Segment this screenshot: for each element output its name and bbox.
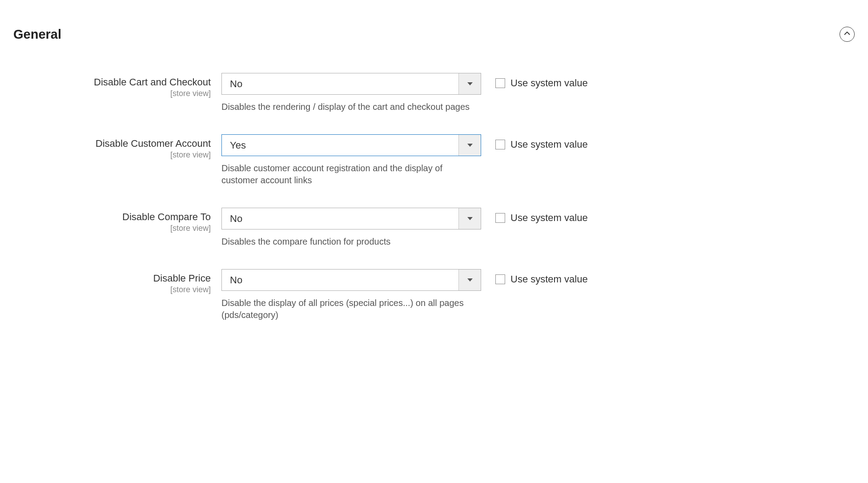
select-value: Yes [222, 140, 458, 151]
section-header: General [13, 27, 855, 42]
chevron-down-icon [458, 73, 481, 94]
select-value: No [222, 213, 458, 225]
field-label: Disable Cart and Checkout [13, 76, 211, 88]
use-system-checkbox[interactable] [495, 213, 505, 223]
use-system-label: Use system value [510, 139, 588, 150]
field-note: Disables the compare function for produc… [221, 236, 481, 248]
field-control: No Disables the compare function for pro… [221, 208, 481, 248]
field-disable-compare: Disable Compare To [store view] No Disab… [13, 208, 855, 248]
field-note: Disables the rendering / display of the … [221, 101, 481, 113]
field-label-wrap: Disable Customer Account [store view] [13, 134, 221, 160]
use-system-label: Use system value [510, 212, 588, 224]
use-system-wrap: Use system value [481, 208, 588, 224]
field-note: Disable the display of all prices (speci… [221, 297, 481, 321]
use-system-label: Use system value [510, 274, 588, 285]
field-label: Disable Customer Account [13, 138, 211, 149]
chevron-down-icon [458, 135, 481, 156]
use-system-checkbox[interactable] [495, 274, 505, 284]
chevron-down-icon [458, 270, 481, 290]
field-control: No Disable the display of all prices (sp… [221, 269, 481, 321]
field-label-wrap: Disable Compare To [store view] [13, 208, 221, 233]
field-scope: [store view] [13, 150, 211, 160]
field-scope: [store view] [13, 285, 211, 294]
field-label-wrap: Disable Cart and Checkout [store view] [13, 73, 221, 98]
field-label: Disable Price [13, 273, 211, 284]
use-system-wrap: Use system value [481, 134, 588, 150]
select-value: No [222, 78, 458, 90]
chevron-down-icon [458, 208, 481, 229]
use-system-label: Use system value [510, 77, 588, 89]
field-label: Disable Compare To [13, 211, 211, 223]
use-system-checkbox[interactable] [495, 78, 505, 88]
field-disable-customer: Disable Customer Account [store view] Ye… [13, 134, 855, 186]
collapse-toggle-button[interactable] [840, 27, 855, 42]
field-scope: [store view] [13, 224, 211, 233]
field-control: Yes Disable customer account registratio… [221, 134, 481, 186]
disable-cart-select[interactable]: No [221, 73, 481, 95]
use-system-wrap: Use system value [481, 269, 588, 285]
field-label-wrap: Disable Price [store view] [13, 269, 221, 294]
use-system-wrap: Use system value [481, 73, 588, 89]
field-control: No Disables the rendering / display of t… [221, 73, 481, 113]
chevron-up-icon [844, 30, 850, 38]
select-value: No [222, 274, 458, 286]
field-note: Disable customer account registration an… [221, 162, 481, 186]
field-disable-cart: Disable Cart and Checkout [store view] N… [13, 73, 855, 113]
field-disable-price: Disable Price [store view] No Disable th… [13, 269, 855, 321]
disable-customer-select[interactable]: Yes [221, 134, 481, 156]
field-scope: [store view] [13, 89, 211, 98]
disable-compare-select[interactable]: No [221, 208, 481, 229]
use-system-checkbox[interactable] [495, 140, 505, 149]
section-title: General [13, 27, 61, 42]
disable-price-select[interactable]: No [221, 269, 481, 291]
